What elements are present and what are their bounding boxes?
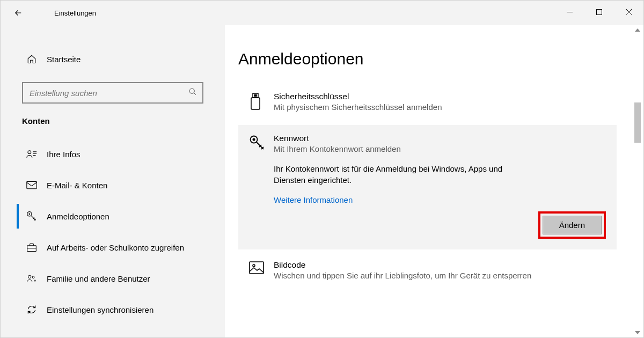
svg-rect-10	[251, 98, 260, 109]
highlight-frame: Ändern	[538, 211, 606, 239]
svg-point-14	[253, 138, 254, 140]
sidebar-item-label: Familie und andere Benutzer	[47, 274, 150, 283]
option-security-key[interactable]: Sicherheitsschlüssel Mit physischem Sich…	[238, 83, 617, 123]
option-title: Kennwort	[274, 134, 401, 143]
option-password-header[interactable]: Kennwort Mit Ihrem Kontokennwort anmelde…	[249, 134, 606, 153]
sidebar-home[interactable]: Startseite	[1, 47, 225, 71]
home-icon	[26, 54, 37, 64]
search-wrap	[22, 82, 203, 104]
option-picture-password[interactable]: Bildcode Wischen und tippen Sie auf ihr …	[238, 252, 617, 291]
sidebar-home-label: Startseite	[47, 55, 80, 64]
sidebar-item-label: Anmeldeoptionen	[47, 212, 109, 221]
scroll-up-icon[interactable]	[633, 25, 642, 35]
sidebar-item-email-accounts[interactable]: E-Mail- & Konten	[1, 170, 225, 201]
minimize-button[interactable]	[555, 1, 584, 23]
mail-icon	[26, 181, 37, 189]
sync-icon	[26, 304, 37, 315]
sidebar-item-label: Ihre Infos	[47, 150, 80, 159]
svg-point-7	[28, 275, 31, 278]
svg-rect-12	[256, 95, 257, 97]
back-button[interactable]	[6, 1, 31, 25]
svg-rect-0	[597, 9, 602, 14]
svg-point-16	[253, 264, 255, 267]
svg-rect-11	[254, 95, 255, 97]
titlebar: Einstellungen	[1, 1, 643, 25]
option-title: Sicherheitsschlüssel	[274, 92, 442, 101]
svg-point-1	[189, 89, 194, 93]
sidebar-item-work-school[interactable]: Auf Arbeits- oder Schulkonto zugreifen	[1, 232, 225, 263]
learn-more-link[interactable]: Weitere Informationen	[274, 195, 353, 204]
sidebar-item-label: Einstellungen synchronisieren	[47, 305, 153, 314]
scrollbar[interactable]	[633, 25, 642, 337]
briefcase-icon	[26, 243, 37, 252]
window-title: Einstellungen	[54, 9, 96, 17]
sidebar-item-label: E-Mail- & Konten	[47, 181, 107, 190]
sidebar: Startseite Konten Ihre Infos E-Mail- & K…	[1, 25, 225, 337]
sidebar-section-header: Konten	[1, 116, 225, 126]
svg-rect-3	[27, 181, 36, 188]
sidebar-item-sync-settings[interactable]: Einstellungen synchronisieren	[1, 294, 225, 325]
person-badge-icon	[26, 149, 37, 159]
close-button[interactable]	[614, 1, 643, 23]
maximize-button[interactable]	[584, 1, 614, 23]
change-button[interactable]: Ändern	[543, 216, 602, 234]
arrow-left-icon	[13, 8, 23, 18]
minimize-icon	[567, 9, 573, 15]
sidebar-item-your-info[interactable]: Ihre Infos	[1, 138, 225, 170]
content: Anmeldeoptionen Sicherheitsschlüssel Mit…	[225, 25, 643, 337]
key-icon	[26, 211, 37, 222]
close-icon	[626, 9, 632, 15]
svg-point-2	[28, 151, 31, 154]
option-subtitle: Mit Ihrem Kontokennwort anmelden	[274, 144, 401, 153]
svg-point-8	[32, 276, 34, 278]
search-input[interactable]	[22, 82, 203, 104]
option-password: Kennwort Mit Ihrem Kontokennwort anmelde…	[238, 125, 617, 249]
svg-rect-15	[250, 262, 264, 274]
people-plus-icon	[26, 274, 37, 283]
svg-point-5	[29, 214, 30, 215]
option-title: Bildcode	[274, 260, 531, 270]
sidebar-item-signin-options[interactable]: Anmeldeoptionen	[1, 201, 225, 232]
sidebar-item-label: Auf Arbeits- oder Schulkonto zugreifen	[47, 243, 184, 252]
scroll-thumb[interactable]	[634, 102, 641, 143]
scroll-track[interactable]	[633, 35, 642, 328]
key-icon	[249, 135, 264, 153]
maximize-icon	[596, 9, 602, 15]
option-subtitle: Mit physischem Sicherheitsschlüssel anme…	[274, 102, 442, 112]
picture-icon	[249, 261, 264, 276]
usb-key-icon	[249, 93, 264, 112]
option-subtitle: Wischen und tippen Sie auf ihr Lieblings…	[274, 271, 531, 280]
window-controls	[555, 1, 643, 23]
page-heading: Anmeldeoptionen	[238, 50, 617, 68]
scroll-down-icon[interactable]	[633, 328, 642, 337]
option-description: Ihr Kontokennwort ist für die Anmeldung …	[274, 163, 526, 186]
search-icon	[188, 87, 197, 98]
sidebar-item-family-users[interactable]: Familie und andere Benutzer	[1, 263, 225, 294]
